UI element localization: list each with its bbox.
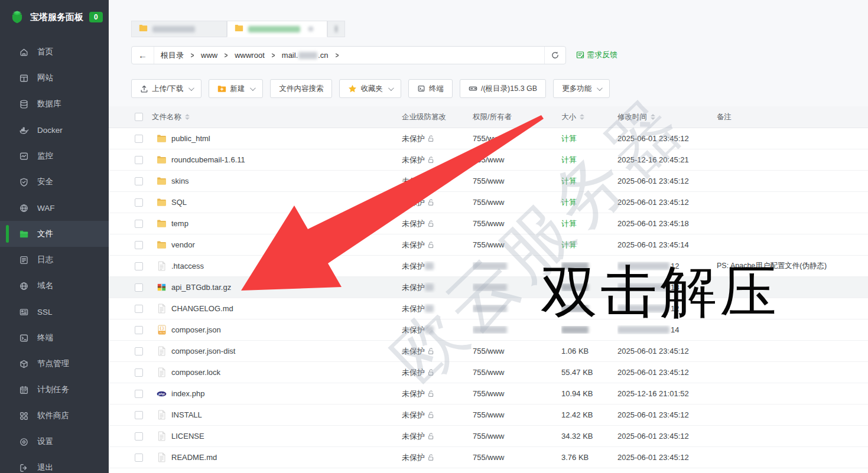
chevron-down-icon — [597, 85, 603, 91]
breadcrumb-item[interactable]: 根目录 — [154, 50, 190, 61]
column-header-mtime[interactable]: 修改时间 — [617, 112, 717, 122]
row-checkbox[interactable] — [135, 220, 143, 228]
modified-time: 2025-06-01 23:45:12 — [617, 177, 717, 185]
sidebar-item-settings[interactable]: 设置 — [0, 429, 109, 455]
row-checkbox[interactable] — [135, 411, 143, 419]
tab-close-icon[interactable] — [308, 27, 313, 31]
file-size: 计算 — [561, 133, 617, 144]
terminal-button[interactable]: 终端 — [408, 79, 453, 98]
sidebar-item-database[interactable]: 数据库 — [0, 91, 109, 117]
row-checkbox[interactable] — [135, 198, 143, 207]
row-checkbox[interactable] — [135, 305, 143, 313]
sidebar-item-appstore[interactable]: 软件商店 — [0, 403, 109, 429]
file-name[interactable]: index.php — [171, 389, 204, 398]
breadcrumb-item[interactable]: wwwroot — [228, 51, 271, 60]
sidebar-item-terminal[interactable]: 终端 — [0, 325, 109, 351]
file-size: 计算 — [561, 218, 617, 229]
breadcrumb-domain[interactable]: mail..cn — [275, 51, 335, 60]
sidebar-item-security[interactable]: 安全 — [0, 169, 109, 195]
file-name[interactable]: composer.json — [171, 325, 221, 334]
new-tab-button[interactable] — [327, 21, 345, 37]
file-name[interactable]: skins — [171, 177, 189, 185]
calc-size-link[interactable]: 计算 — [561, 218, 577, 229]
sidebar-item-docker[interactable]: Docker — [0, 117, 109, 143]
breadcrumb-item[interactable]: www — [194, 51, 224, 60]
sidebar-item-logs[interactable]: 日志 — [0, 247, 109, 273]
favorite-button[interactable]: 收藏夹 — [339, 79, 401, 98]
blurred-text — [425, 305, 434, 312]
calc-size-link[interactable]: 计算 — [561, 197, 577, 208]
logo-row[interactable]: 宝塔服务面板 0 — [0, 0, 109, 34]
file-name[interactable]: api_BTGdb.tar.gz — [171, 283, 231, 292]
sidebar-item-ssl[interactable]: SSL — [0, 299, 109, 325]
row-checkbox[interactable] — [135, 368, 143, 377]
file-size — [561, 262, 617, 270]
file-name[interactable]: SQL — [171, 198, 187, 207]
sort-icon[interactable] — [580, 114, 584, 120]
ssl-icon — [18, 306, 29, 317]
file-tab-2[interactable] — [227, 21, 327, 37]
file-name[interactable]: CHANGELOG.md — [171, 304, 233, 313]
row-checkbox[interactable] — [135, 347, 143, 355]
more-button[interactable]: 更多功能 — [553, 79, 610, 98]
file-name[interactable]: public_html — [171, 134, 210, 143]
sidebar-item-logout[interactable]: 退出 — [0, 455, 109, 473]
row-checkbox[interactable] — [135, 262, 143, 270]
file-tab-1[interactable] — [131, 21, 227, 37]
column-header-size[interactable]: 大小 — [561, 112, 617, 122]
file-tabbar — [131, 21, 345, 37]
modified-time: 14 — [617, 325, 717, 334]
file-name[interactable]: LICENSE — [171, 432, 204, 441]
file-name[interactable]: composer.json-dist — [171, 347, 235, 355]
sidebar-item-files[interactable]: 文件 — [0, 221, 109, 247]
row-checkbox[interactable] — [135, 432, 143, 441]
file-name[interactable]: roundcubemail-1.6.11 — [171, 155, 245, 164]
upload-button[interactable]: 上传/下载 — [131, 79, 201, 98]
file-name[interactable]: vendor — [171, 240, 195, 249]
refresh-button[interactable] — [544, 47, 565, 64]
calc-size-link[interactable]: 计算 — [561, 176, 577, 187]
new-button[interactable]: 新建 — [209, 79, 263, 98]
row-checkbox[interactable] — [135, 241, 143, 249]
file-name[interactable]: composer.lock — [171, 368, 220, 377]
sort-icon[interactable] — [185, 114, 190, 120]
sidebar-item-cron[interactable]: 计划任务 — [0, 377, 109, 403]
sidebar-item-home[interactable]: 首页 — [0, 39, 109, 65]
column-header-note[interactable]: 备注 — [717, 112, 868, 122]
column-header-perm[interactable]: 权限/所有者 — [473, 112, 561, 122]
row-checkbox[interactable] — [135, 156, 143, 164]
file-name[interactable]: temp — [171, 219, 188, 228]
row-checkbox[interactable] — [135, 135, 143, 143]
modified-time: 2025-06-01 23:45:12 — [617, 453, 717, 462]
sidebar-item-website[interactable]: 网站 — [0, 65, 109, 91]
feedback-link[interactable]: 需求反馈 — [576, 50, 617, 60]
file-name[interactable]: README.md — [171, 453, 217, 462]
bt-shield-logo-icon — [9, 9, 25, 25]
back-button[interactable]: ← — [132, 47, 154, 64]
calc-size-link[interactable]: 计算 — [561, 240, 577, 250]
row-checkbox[interactable] — [135, 454, 143, 462]
message-count-badge[interactable]: 0 — [89, 12, 103, 22]
permission-owner: 755/www — [473, 219, 561, 228]
logs-icon — [18, 255, 29, 265]
file-name[interactable]: .htaccess — [171, 262, 204, 270]
file-toolbar: 上传/下载 新建 文件内容搜索 收藏夹 终端 /(根目录)15.3 GB 更多功… — [131, 79, 610, 98]
sidebar-item-monitor[interactable]: 监控 — [0, 143, 109, 169]
row-checkbox[interactable] — [135, 390, 143, 398]
column-header-name[interactable]: 文件名称 — [152, 112, 402, 122]
disk-button[interactable]: /(根目录)15.3 GB — [460, 79, 546, 98]
row-checkbox[interactable] — [135, 283, 143, 292]
sidebar-item-waf[interactable]: WAF — [0, 195, 109, 221]
select-all-checkbox[interactable] — [135, 113, 143, 121]
row-checkbox[interactable] — [135, 326, 143, 334]
file-name[interactable]: INSTALL — [171, 410, 202, 419]
row-checkbox[interactable] — [135, 177, 143, 185]
calc-size-link[interactable]: 计算 — [561, 133, 577, 144]
column-header-protect[interactable]: 企业级防篡改 — [402, 112, 473, 122]
sidebar-item-domain[interactable]: 域名 — [0, 273, 109, 299]
unlock-icon — [427, 241, 434, 249]
sort-icon[interactable] — [651, 114, 655, 120]
calc-size-link[interactable]: 计算 — [561, 155, 577, 165]
search-button[interactable]: 文件内容搜索 — [270, 79, 332, 98]
sidebar-item-node[interactable]: 节点管理 — [0, 351, 109, 377]
